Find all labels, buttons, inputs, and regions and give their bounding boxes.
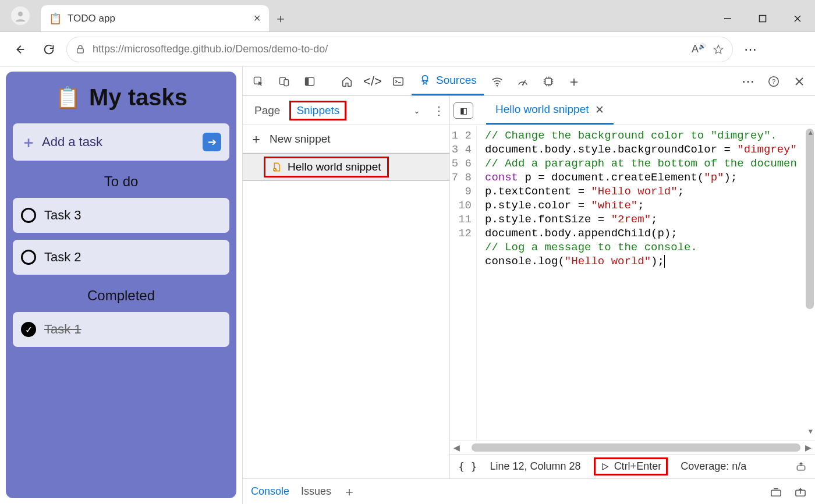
chevron-down-icon[interactable]: ⌄ (413, 106, 420, 115)
scroll-up-icon[interactable]: ▲ (809, 126, 813, 140)
run-snippet-button[interactable]: Ctrl+Enter (594, 457, 668, 475)
editor-tabs: ◧ Hello world snippet ✕ (450, 96, 815, 125)
editor-tab-label: Hello world snippet (495, 103, 589, 116)
cursor-position: Line 12, Column 28 (490, 460, 581, 473)
new-tab-button[interactable]: ＋ (269, 5, 292, 31)
toggle-navigator-icon[interactable]: ◧ (453, 102, 473, 119)
back-button[interactable] (8, 38, 31, 61)
svg-point-0 (18, 12, 23, 16)
vertical-scrollbar[interactable] (806, 129, 814, 309)
svg-rect-12 (394, 77, 403, 85)
sources-tab-label: Sources (436, 74, 477, 87)
editor-file-tab[interactable]: Hello world snippet ✕ (486, 97, 614, 125)
drawer-menu-icon[interactable] (770, 487, 782, 497)
scroll-left-icon[interactable]: ◀ (453, 443, 460, 452)
navigator-tabs: Page Snippets ⌄ ⋮ (243, 96, 449, 125)
editor-statusbar: { } Line 12, Column 28 Ctrl+Enter Covera… (450, 454, 815, 478)
close-file-icon[interactable]: ✕ (595, 103, 604, 116)
plus-icon: ＋ (250, 130, 263, 148)
scrollbar-thumb[interactable] (472, 443, 800, 452)
new-snippet-button[interactable]: ＋ New snippet (243, 125, 449, 153)
refresh-button[interactable] (37, 38, 61, 61)
task-row[interactable]: Task 3 (13, 198, 229, 233)
add-task-placeholder: Add a task (42, 134, 102, 150)
elements-tab-icon[interactable]: </> (360, 69, 385, 94)
horizontal-scrollbar[interactable]: ◀ ▶ (450, 440, 815, 454)
todo-app: 📋 My tasks ＋ Add a task ➔ To do Task 3 T… (6, 72, 236, 498)
add-tab-icon[interactable]: ＋ (562, 69, 586, 94)
new-snippet-label: New snippet (270, 133, 331, 145)
code-area[interactable]: 1 2 3 4 5 6 7 8 9 10 11 12 // Change the… (450, 125, 815, 440)
submit-task-button[interactable]: ➔ (203, 133, 221, 151)
site-info-icon[interactable] (75, 44, 86, 55)
page-viewport: 📋 My tasks ＋ Add a task ➔ To do Task 3 T… (0, 67, 242, 504)
window-maximize-button[interactable] (745, 5, 780, 31)
window-controls (710, 5, 815, 31)
drawer-add-tab-icon[interactable]: ＋ (343, 483, 356, 501)
url-text: https://microsoftedge.github.io/Demos/de… (93, 43, 685, 55)
devtools-panel: </> Sources ＋ ⋯ ? (242, 67, 815, 504)
svg-rect-11 (306, 77, 309, 85)
browser-tab[interactable]: 📋 TODO app ✕ (41, 5, 269, 31)
page-nav-tab[interactable]: Page (247, 101, 287, 120)
devtools-more-icon[interactable]: ⋯ (736, 69, 760, 94)
read-aloud-icon[interactable]: A🔊 (692, 43, 706, 55)
scroll-down-icon[interactable]: ▼ (809, 425, 813, 439)
gutter: 1 2 3 4 5 6 7 8 9 10 11 12 (450, 125, 477, 440)
window-minimize-button[interactable] (710, 5, 745, 31)
window-titlebar: 📋 TODO app ✕ ＋ (0, 0, 815, 32)
tab-title: TODO app (68, 13, 247, 24)
devtools-drawer: Console Issues ＋ (243, 478, 815, 504)
svg-rect-2 (760, 15, 766, 22)
todo-heading: To do (13, 173, 229, 190)
run-snippet-label: Ctrl+Enter (614, 460, 662, 473)
task-row[interactable]: Task 2 (13, 240, 229, 275)
task-row[interactable]: ✓ Task 1 (13, 312, 229, 347)
svg-rect-24 (771, 490, 781, 496)
window-close-button[interactable] (780, 5, 815, 31)
drawer-expand-icon[interactable] (794, 487, 807, 497)
svg-rect-9 (284, 79, 289, 86)
snippets-nav-tab[interactable]: Snippets (289, 101, 346, 120)
svg-rect-17 (545, 78, 551, 84)
add-task-input[interactable]: ＋ Add a task ➔ (13, 123, 229, 161)
network-tab-icon[interactable] (485, 69, 509, 94)
checkbox-checked-icon[interactable]: ✓ (21, 322, 36, 337)
welcome-tab-icon[interactable] (335, 69, 359, 94)
code-text[interactable]: // Change the background color to "dimgr… (477, 125, 815, 440)
url-field[interactable]: https://microsoftedge.github.io/Demos/de… (66, 37, 733, 62)
checkbox-icon[interactable] (21, 208, 36, 223)
devtools-help-icon[interactable]: ? (761, 69, 786, 94)
profile-button[interactable] (0, 0, 41, 31)
pretty-print-icon[interactable]: { } (458, 460, 477, 473)
device-emulation-icon[interactable] (272, 69, 296, 94)
plus-icon: ＋ (21, 132, 36, 152)
more-menu-button[interactable]: ⋯ (739, 38, 762, 61)
performance-tab-icon[interactable] (511, 69, 535, 94)
drawer-issues-tab[interactable]: Issues (301, 485, 331, 498)
sources-tab[interactable]: Sources (412, 68, 484, 95)
tab-close-icon[interactable]: ✕ (253, 13, 261, 24)
devtools-tabstrip: </> Sources ＋ ⋯ ? (243, 67, 815, 96)
svg-rect-6 (77, 48, 84, 53)
completed-heading: Completed (13, 288, 229, 304)
memory-tab-icon[interactable] (536, 69, 561, 94)
scroll-right-icon[interactable]: ▶ (805, 443, 812, 452)
app-title: My tasks (89, 84, 187, 111)
coverage-label: Coverage: n/a (681, 460, 746, 473)
navigator-menu-icon[interactable]: ⋮ (433, 104, 445, 118)
console-tab-icon[interactable] (386, 69, 410, 94)
checkbox-icon[interactable] (21, 250, 36, 265)
drawer-console-tab[interactable]: Console (251, 485, 289, 498)
devtools-close-icon[interactable] (787, 69, 812, 94)
favorite-icon[interactable] (713, 44, 724, 55)
svg-point-16 (522, 84, 523, 86)
source-map-icon[interactable] (795, 461, 807, 473)
sources-navigator: Page Snippets ⌄ ⋮ ＋ New snippet (243, 96, 450, 478)
snippet-name: Hello world snippet (288, 161, 381, 173)
inspect-element-icon[interactable] (246, 69, 271, 94)
address-bar: https://microsoftedge.github.io/Demos/de… (0, 32, 815, 67)
snippet-list-item[interactable]: Hello world snippet (243, 153, 449, 181)
dock-side-icon[interactable] (297, 69, 322, 94)
code-editor: ◧ Hello world snippet ✕ 1 2 3 4 5 6 7 8 … (450, 96, 815, 478)
